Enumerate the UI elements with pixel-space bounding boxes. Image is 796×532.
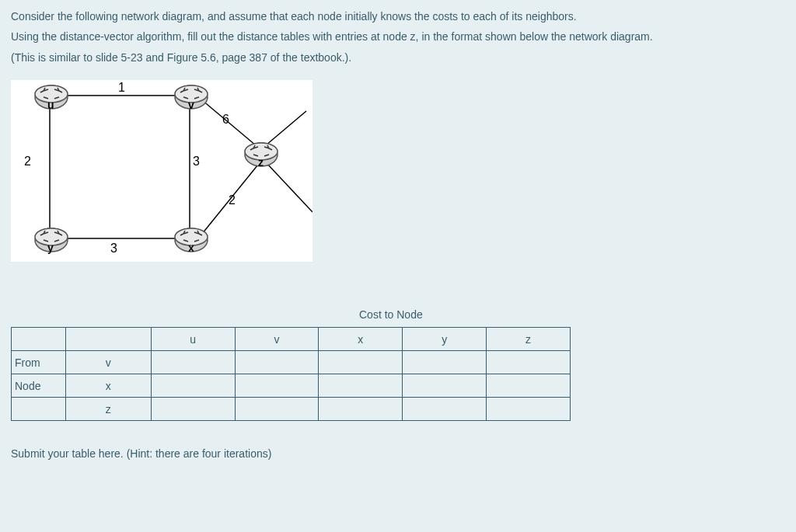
cell-z-v [235,398,319,421]
cell-x-z [487,374,571,398]
from-label: From [12,351,66,374]
cell-x-v [235,374,319,398]
header-x: x [319,328,403,351]
table-header-row: u v x y z [12,328,571,351]
table-row: z [12,398,571,421]
cell-v-v [235,351,319,374]
router-z-label: z [258,156,264,169]
node-label: Node [12,374,66,398]
edge-yx-label: 3 [110,242,117,256]
cost-to-node-title: Cost to Node [359,308,785,321]
question-line-2: Using the distance-vector algorithm, fil… [11,28,785,45]
question-line-3: (This is similar to slide 5-23 and Figur… [11,49,785,66]
edge-uv-label: 1 [118,81,125,95]
svg-line-7 [266,162,312,212]
header-u: u [151,328,235,351]
cell-z-x [319,398,403,421]
question-prompt: Consider the following network diagram, … [11,8,785,66]
header-empty-2 [65,328,151,351]
router-u-label: u [47,99,54,111]
submit-hint: Submit your table here. (Hint: there are… [11,447,785,460]
cell-x-u [151,374,235,398]
cell-x-y [403,374,487,398]
cell-z-y [403,398,487,421]
sub-label-v: v [65,351,151,374]
cell-v-u [151,351,235,374]
edge-vx-label: 3 [193,155,200,169]
header-z: z [487,328,571,351]
header-empty-1 [12,328,66,351]
cell-v-x [319,351,403,374]
cell-z-u [151,398,235,421]
router-y-label: y [47,242,54,254]
header-y: y [403,328,487,351]
cell-x-x [319,374,403,398]
cell-v-z [487,351,571,374]
cell-v-y [403,351,487,374]
header-v: v [235,328,319,351]
svg-line-6 [266,111,306,145]
sub-label-z: z [65,398,151,421]
router-v-label: v [188,99,194,111]
question-line-1: Consider the following network diagram, … [11,8,785,25]
edge-vz-label: 6 [222,113,229,127]
table-row: From v [12,351,571,374]
edge-uy-label: 2 [24,155,31,169]
cell-z-z [487,398,571,421]
edge-xz-label: 2 [229,193,236,207]
sub-label-x: x [65,374,151,398]
network-diagram: u v y x [11,80,312,262]
empty-label [12,398,66,421]
table-row: Node x [12,374,571,398]
router-x-label: x [188,242,194,254]
distance-table: u v x y z From v Node x z [11,327,571,421]
